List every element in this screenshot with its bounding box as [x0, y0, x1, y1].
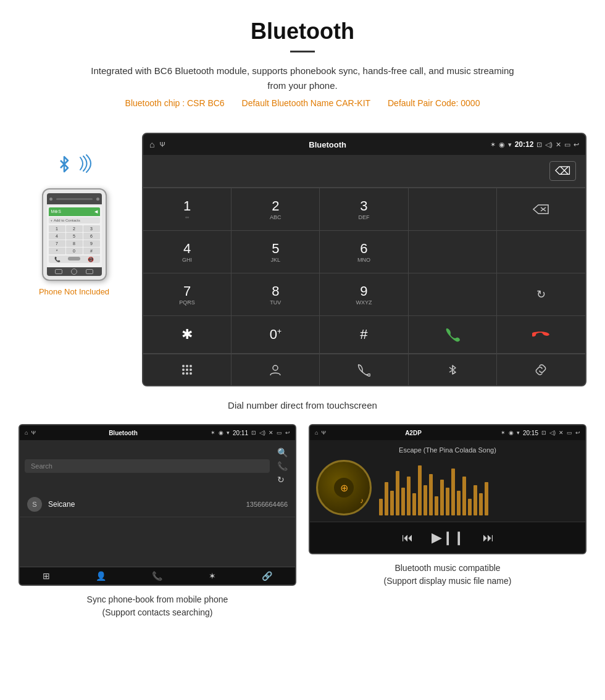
svg-point-2 [182, 365, 185, 367]
win-m[interactable]: ▭ [567, 430, 572, 436]
contacts-nav-active[interactable]: 👤 [96, 571, 106, 581]
bt-icon-pb: ✶ [211, 430, 215, 436]
contact-avatar: S [27, 497, 42, 512]
dialpad-display: ⌫ [143, 155, 585, 188]
bluetooth-nav-icon [446, 363, 459, 377]
backspace-icon [532, 203, 549, 215]
key-star[interactable]: ✱ [143, 316, 232, 354]
usb-icon-music: Ψ [321, 430, 326, 436]
x-pb[interactable]: ✕ [269, 430, 273, 436]
call-button[interactable] [409, 316, 497, 354]
window-icon[interactable]: ▭ [564, 141, 570, 149]
key-9[interactable]: 9WXYZ [320, 273, 408, 316]
call-sidebar-icon[interactable]: 📞 [277, 461, 288, 471]
dialpad-grid: 1◦◦ 2ABC 3DEF 4GHI 5JKL [143, 188, 585, 354]
bt-nav[interactable]: ✶ [209, 571, 216, 581]
usb-icon: Ψ [159, 141, 165, 148]
key-3[interactable]: 3DEF [320, 188, 408, 231]
search-placeholder: Search [31, 462, 52, 470]
usb-icon-phonebook: Ψ [31, 430, 36, 436]
contact-row[interactable]: S Seicane 13566664466 [20, 492, 295, 517]
bluetooth-nav-button[interactable] [409, 354, 497, 385]
backspace-button[interactable]: ⌫ [549, 161, 576, 181]
key-1[interactable]: 1◦◦ [143, 188, 232, 231]
signal-icon: ▾ [508, 141, 512, 149]
key-8[interactable]: 8TUV [232, 273, 320, 316]
cam-pb[interactable]: ⊡ [251, 430, 256, 436]
music-art-row: ⊕ ♪ [316, 460, 579, 515]
key-5[interactable]: 5JKL [232, 231, 320, 273]
cam-m[interactable]: ⊡ [541, 430, 546, 436]
key-7[interactable]: 7PQRS [143, 273, 232, 316]
keypad-button[interactable] [143, 354, 232, 385]
music-caption: Bluetooth music compatible (Support disp… [384, 562, 512, 588]
contacts-nav-button[interactable] [232, 354, 320, 385]
signal-m: ▾ [517, 430, 520, 436]
close-icon[interactable]: ✕ [556, 141, 561, 149]
music-caption-line1: Bluetooth music compatible [394, 563, 500, 573]
play-pause-button[interactable]: ▶❙❙ [432, 530, 464, 546]
phone-nav[interactable]: 📞 [152, 571, 162, 581]
topbar-time: 20:12 [515, 140, 534, 149]
svg-point-4 [190, 365, 192, 367]
phone-nav-button[interactable] [320, 354, 408, 385]
key-2[interactable]: 2ABC [232, 188, 320, 231]
next-track-button[interactable]: ⏭ [483, 531, 494, 544]
volume-icon[interactable]: ◁) [545, 141, 553, 149]
refresh-button[interactable]: ↻ [497, 273, 585, 316]
key-6[interactable]: 6MNO [320, 231, 408, 273]
music-content: Escape (The Pina Colada Song) ⊕ ♪ [310, 440, 585, 522]
back-pb[interactable]: ↩ [285, 430, 290, 436]
phonebook-topbar: ⌂ Ψ Bluetooth ✶ ◉ ▾ 20:11 ⊡ ◁) ✕ ▭ ↩ [20, 425, 295, 440]
music-controls: ⏮ ▶❙❙ ⏭ [310, 522, 585, 553]
header-divider [290, 51, 315, 52]
phonebook-content: Search 🔍 📞 ↻ S Seicane 13566664466 [20, 440, 295, 567]
backspace-right[interactable] [497, 188, 585, 231]
home-icon[interactable]: ⌂ [149, 140, 154, 149]
home-icon-phonebook[interactable]: ⌂ [25, 430, 28, 436]
win-pb[interactable]: ▭ [277, 430, 282, 436]
svg-point-7 [190, 369, 192, 371]
location-icon: ◉ [499, 141, 505, 149]
x-m[interactable]: ✕ [559, 430, 564, 436]
link-nav-button[interactable] [497, 354, 585, 385]
key-4[interactable]: 4GHI [143, 231, 232, 273]
key-0[interactable]: 0+ [232, 316, 320, 354]
svg-point-5 [182, 369, 185, 371]
spec-code: Default Pair Code: 0000 [388, 98, 480, 108]
phone-not-included-label: Phone Not Included [39, 287, 109, 296]
vol-m[interactable]: ◁) [549, 430, 556, 436]
wifi-waves-icon [78, 151, 93, 173]
link-nav[interactable]: 🔗 [262, 571, 272, 581]
sidebar-icons: 🔍 📞 ↻ [275, 445, 290, 487]
prev-track-button[interactable]: ⏮ [402, 531, 413, 544]
album-art: ⊕ ♪ [316, 460, 372, 515]
status-icons: ✶ ◉ ▾ 20:12 ⊡ ◁) ✕ ▭ ↩ [490, 140, 579, 149]
music-topbar: ⌂ Ψ A2DP ✶ ◉ ▾ 20:15 ⊡ ◁) ✕ ▭ ↩ [310, 425, 585, 440]
keypad-nav[interactable]: ⊞ [43, 571, 50, 581]
back-m[interactable]: ↩ [575, 430, 580, 436]
key-hash[interactable]: # [320, 316, 408, 354]
dialpad-screen: ⌂ Ψ Bluetooth ✶ ◉ ▾ 20:12 ⊡ ◁) ✕ ▭ ↩ ⌫ [142, 133, 586, 386]
page-title: Bluetooth [12, 19, 593, 44]
phone-section: M⊕S ◀ +Add to Contacts 123 456 789 *0# 📞 [19, 133, 130, 296]
vol-pb[interactable]: ◁) [259, 430, 265, 436]
search-sidebar-icon[interactable]: 🔍 [277, 448, 288, 457]
equalizer-display [379, 460, 579, 515]
end-call-button[interactable] [497, 316, 585, 354]
signal-pb: ▾ [227, 430, 230, 436]
refresh-sidebar-icon[interactable]: ↻ [277, 475, 288, 485]
music-note-icon: ♪ [360, 496, 364, 505]
back-icon[interactable]: ↩ [574, 141, 579, 149]
main-content: M⊕S ◀ +Add to Contacts 123 456 789 *0# 📞 [0, 127, 605, 393]
camera-icon[interactable]: ⊡ [536, 141, 542, 149]
bluetooth-status-icon: ✶ [490, 141, 496, 149]
phone-icon [357, 363, 370, 377]
svg-point-8 [182, 372, 185, 375]
contacts-icon [269, 363, 282, 377]
loc-icon-m: ◉ [509, 430, 514, 436]
home-icon-music[interactable]: ⌂ [315, 430, 318, 436]
bluetooth-symbol-icon [56, 154, 73, 179]
contact-name: Seicane [48, 500, 240, 509]
svg-point-9 [186, 372, 188, 375]
